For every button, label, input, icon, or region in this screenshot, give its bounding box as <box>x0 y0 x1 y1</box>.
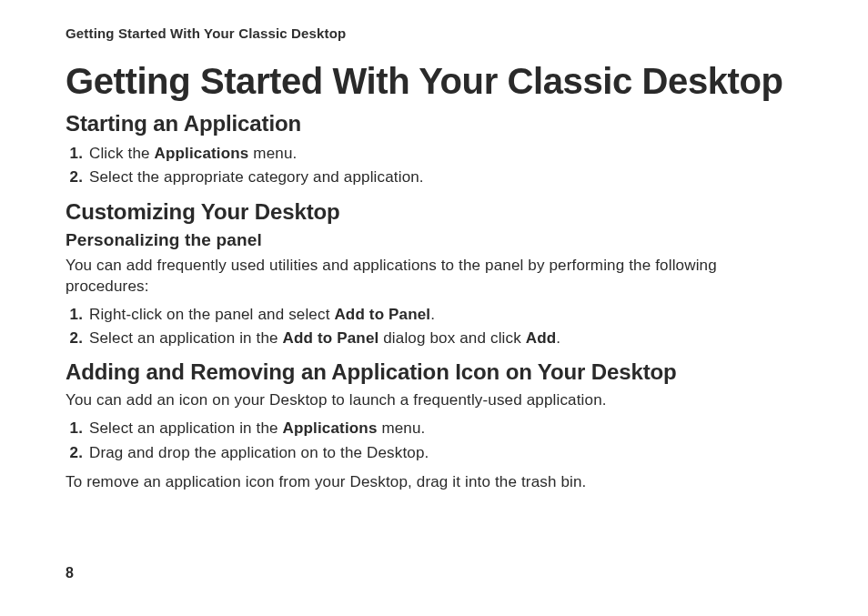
step-item: Click the Applications menu. <box>87 142 802 166</box>
subsection-heading-personalizing-panel: Personalizing the panel <box>66 230 802 250</box>
step-item: Select an application in the Add to Pane… <box>87 327 802 350</box>
section-heading-customizing-desktop: Customizing Your Desktop <box>66 199 802 225</box>
bold-text: Add <box>526 329 557 347</box>
section-heading-starting-application: Starting an Application <box>66 111 802 136</box>
bold-text: Add to Panel <box>283 329 379 347</box>
intro-paragraph: You can add frequently used utilities an… <box>66 256 802 298</box>
step-text: Select the appropriate category and appl… <box>89 168 424 186</box>
step-text: dialog box and click <box>378 329 525 347</box>
step-text: menu. <box>378 419 426 437</box>
steps-starting-application: Click the Applications menu. Select the … <box>66 142 802 190</box>
page-number: 8 <box>66 565 74 581</box>
step-text: menu. <box>248 145 297 162</box>
step-text: Right-click on the panel and select <box>89 306 334 323</box>
document-page: Getting Started With Your Classic Deskto… <box>0 0 868 616</box>
section-heading-adding-removing-icon: Adding and Removing an Application Icon … <box>66 359 802 385</box>
step-text: . <box>556 329 560 347</box>
bold-text: Applications <box>283 419 378 437</box>
step-text: Click the <box>89 145 155 162</box>
step-text: Select an application in the <box>89 329 283 347</box>
step-text: Select an application in the <box>89 419 283 437</box>
step-item: Right-click on the panel and select Add … <box>87 303 802 327</box>
steps-personalizing-panel: Right-click on the panel and select Add … <box>66 303 802 351</box>
intro-paragraph: You can add an icon on your Desktop to l… <box>66 390 802 411</box>
running-header: Getting Started With Your Classic Deskto… <box>66 25 802 41</box>
steps-adding-removing-icon: Select an application in the Application… <box>66 417 802 465</box>
page-title: Getting Started With Your Classic Deskto… <box>66 61 802 102</box>
step-text: Drag and drop the application on to the … <box>89 444 429 461</box>
bold-text: Applications <box>155 145 249 162</box>
step-text: . <box>430 306 435 323</box>
step-item: Select the appropriate category and appl… <box>87 166 802 189</box>
step-item: Drag and drop the application on to the … <box>87 441 802 465</box>
step-item: Select an application in the Application… <box>87 417 802 440</box>
bold-text: Add to Panel <box>334 306 430 323</box>
outro-paragraph: To remove an application icon from your … <box>66 472 802 493</box>
